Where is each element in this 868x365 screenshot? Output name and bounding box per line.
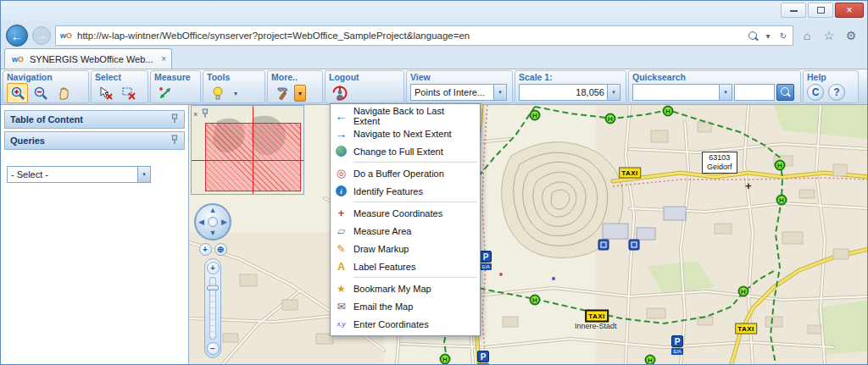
query-select-arrow-icon[interactable]: ▾ bbox=[137, 167, 150, 182]
minimize-button[interactable] bbox=[781, 3, 806, 18]
view-select[interactable]: Points of Intere... ▾ bbox=[410, 84, 507, 101]
zoom-in-button[interactable]: + bbox=[199, 243, 212, 256]
zoom-out-tool-button[interactable] bbox=[30, 83, 51, 103]
pin-icon[interactable] bbox=[170, 135, 179, 147]
menu-item-buffer[interactable]: ◎ Do a Buffer Operation bbox=[331, 164, 480, 182]
tools-dropdown-button[interactable]: ▾ bbox=[230, 85, 242, 102]
pan-tool-button[interactable] bbox=[53, 83, 74, 103]
parking-sign[interactable]: PE/A bbox=[477, 351, 489, 364]
pan-east-arrow-icon[interactable]: ▶ bbox=[221, 218, 227, 226]
full-extent-button[interactable]: ⊕ bbox=[214, 243, 227, 256]
more-tools-button[interactable] bbox=[271, 83, 292, 103]
transit-stop-marker[interactable]: H bbox=[605, 113, 616, 124]
measure-tool-button[interactable] bbox=[154, 83, 175, 103]
toolbar-group-logout: Logout bbox=[325, 70, 404, 103]
menu-item-measure-area[interactable]: ▱ Measure Area bbox=[331, 222, 480, 240]
transit-stop-marker[interactable]: H bbox=[530, 110, 541, 121]
enter-coordinates-icon: x,y bbox=[334, 318, 348, 331]
zoom-slider: + − bbox=[204, 258, 221, 358]
menu-item-draw-markup[interactable]: ✎ Draw Markup bbox=[331, 240, 480, 257]
close-button[interactable]: × bbox=[835, 3, 864, 18]
back-button[interactable]: ← bbox=[6, 25, 28, 47]
zoom-slider-track[interactable] bbox=[209, 277, 216, 340]
pan-north-arrow-icon[interactable]: ▲ bbox=[209, 207, 217, 214]
menu-item-measure-coordinates[interactable]: + Measure Coordinates bbox=[331, 204, 480, 222]
transit-stop-marker[interactable]: H bbox=[440, 354, 451, 365]
help-button[interactable]: ? bbox=[828, 84, 845, 101]
transit-stop-marker[interactable]: H bbox=[663, 106, 674, 117]
transit-stop-marker[interactable]: H bbox=[776, 195, 787, 206]
scale-select[interactable]: 18,056 ▾ bbox=[519, 84, 620, 101]
poi-marker[interactable] bbox=[629, 240, 640, 251]
menu-item-label: Navigate Back to Last Extent bbox=[353, 106, 473, 126]
select-features-button[interactable] bbox=[95, 83, 116, 103]
pan-south-arrow-icon[interactable]: ▼ bbox=[209, 230, 217, 237]
parking-sign[interactable]: PE/A bbox=[480, 251, 492, 270]
clear-selection-button[interactable] bbox=[118, 83, 139, 103]
zoom-slider-handle[interactable] bbox=[207, 285, 219, 290]
settings-button[interactable]: ⚙ bbox=[842, 26, 860, 45]
menu-item-enter-coordinates[interactable]: x,y Enter Coordinates bbox=[331, 315, 480, 333]
pan-compass[interactable]: ▲ ▼ ◀ ▶ bbox=[194, 203, 231, 241]
panel-header-table-of-content[interactable]: Table of Content bbox=[4, 110, 185, 129]
logout-icon bbox=[331, 85, 348, 102]
toolbar-group-scale: Scale 1: 18,056 ▾ bbox=[515, 70, 626, 103]
search-button[interactable] bbox=[746, 27, 760, 44]
contact-button[interactable]: C bbox=[807, 84, 824, 101]
poi-marker[interactable] bbox=[598, 240, 609, 251]
url-text[interactable]: http://w-lap-wintner/WebOffice/synserver… bbox=[77, 30, 743, 41]
panel-header-queries[interactable]: Queries bbox=[4, 131, 185, 150]
menu-item-navigate-back[interactable]: ← Navigate Back to Last Extent bbox=[331, 107, 480, 124]
menu-separator bbox=[353, 202, 477, 202]
maximize-button[interactable] bbox=[808, 3, 833, 18]
menu-item-email-map[interactable]: ✉ Email the Map bbox=[331, 297, 480, 315]
parking-sub-label: E/A bbox=[477, 363, 489, 364]
zoom-slider-plus-button[interactable]: + bbox=[207, 262, 220, 274]
logout-button[interactable] bbox=[329, 83, 350, 103]
group-label: Select bbox=[95, 72, 144, 83]
menu-item-bookmark-map[interactable]: ★ Bookmark My Map bbox=[331, 279, 480, 297]
scale-select-arrow-icon[interactable]: ▾ bbox=[607, 85, 620, 100]
quicksearch-input[interactable] bbox=[734, 84, 775, 101]
group-label: Tools bbox=[207, 72, 261, 83]
district-anchor-cross: + bbox=[745, 180, 752, 192]
quicksearch-button[interactable] bbox=[776, 84, 794, 101]
quicksearch-select-arrow-icon[interactable]: ▾ bbox=[719, 85, 732, 100]
home-button[interactable]: ⌂ bbox=[798, 26, 816, 45]
bookmark-icon: ★ bbox=[334, 282, 348, 296]
refresh-button[interactable]: ↻ bbox=[776, 27, 790, 44]
quicksearch-select[interactable]: ▾ bbox=[632, 84, 732, 101]
globe-icon bbox=[336, 146, 347, 157]
transit-stop-marker[interactable]: H bbox=[738, 286, 749, 297]
forward-button[interactable]: → bbox=[32, 26, 51, 45]
zoom-slider-minus-button[interactable]: − bbox=[207, 342, 220, 355]
tab-close-button[interactable]: × bbox=[161, 54, 166, 64]
overview-pin-button[interactable] bbox=[201, 107, 209, 122]
measure-icon bbox=[158, 86, 173, 101]
more-dropdown-button[interactable]: ▾ bbox=[294, 85, 306, 102]
hammer-icon bbox=[275, 86, 290, 101]
tab-weboffice[interactable]: wO SYNERGIS WebOffice Web... × bbox=[4, 48, 172, 69]
address-bar[interactable]: wO http://w-lap-wintner/WebOffice/synser… bbox=[55, 25, 793, 46]
pan-west-arrow-icon[interactable]: ◀ bbox=[198, 218, 204, 226]
transit-stop-marker[interactable]: H bbox=[530, 295, 541, 306]
menu-item-full-extent[interactable]: Change to Full Extent bbox=[331, 142, 480, 160]
browser-navbar: ← → wO http://w-lap-wintner/WebOffice/sy… bbox=[1, 23, 867, 48]
zoom-in-tool-button[interactable] bbox=[7, 83, 28, 103]
overview-close-button[interactable]: × bbox=[193, 110, 198, 119]
transit-stop-marker[interactable]: H bbox=[645, 355, 656, 365]
menu-item-identify[interactable]: i Identify Features bbox=[331, 182, 480, 200]
menu-item-label-features[interactable]: A Label Features bbox=[331, 257, 480, 275]
view-select-arrow-icon[interactable]: ▾ bbox=[493, 85, 506, 100]
toolbox-button[interactable] bbox=[207, 83, 228, 103]
search-dropdown-button[interactable]: ▾ bbox=[761, 27, 775, 44]
favorites-button[interactable]: ☆ bbox=[820, 26, 838, 45]
pan-center-button[interactable] bbox=[208, 217, 218, 227]
transit-stop-marker[interactable]: H bbox=[775, 160, 786, 171]
pin-icon[interactable] bbox=[170, 113, 179, 125]
query-select[interactable]: - Select - ▾ bbox=[7, 166, 151, 183]
overview-map-panel[interactable]: × bbox=[191, 105, 304, 195]
menu-item-navigate-next[interactable]: → Navigate to Next Extent bbox=[331, 124, 480, 142]
parking-sign[interactable]: PE/A bbox=[671, 335, 683, 355]
queries-panel-body: - Select - ▾ bbox=[4, 152, 185, 196]
